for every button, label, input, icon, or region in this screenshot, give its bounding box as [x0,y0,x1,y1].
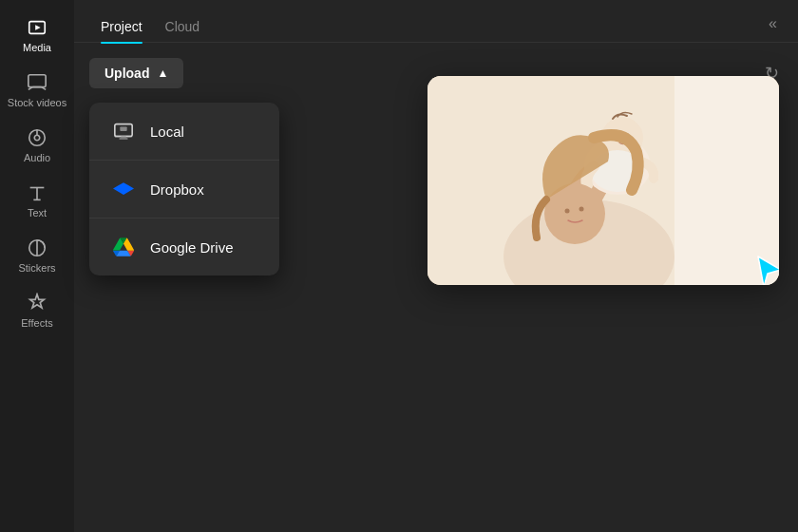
sidebar-item-audio-label: Audio [24,152,50,163]
dropdown-google-drive-label: Google Drive [150,239,234,256]
sidebar-item-stock-videos[interactable]: Stock videos [0,63,74,118]
media-icon [27,17,48,38]
main-content: Project Cloud « Upload ▲ ↻ Local [74,0,798,532]
stock-videos-icon [27,72,48,93]
stickers-icon [27,238,48,258]
effects-icon [27,293,48,314]
dropbox-icon [112,178,135,200]
tab-cloud[interactable]: Cloud [154,11,212,42]
sidebar: Media Stock videos Audio Text [0,0,74,532]
dropdown-local-label: Local [150,124,184,140]
sidebar-item-stickers-label: Stickers [18,262,55,274]
google-drive-icon [112,236,135,258]
svg-marker-1 [35,25,41,30]
svg-point-7 [34,135,40,141]
preview-image [428,76,779,285]
svg-rect-2 [28,75,46,87]
sidebar-item-effects[interactable]: Effects [0,283,74,338]
scene-svg [428,76,779,285]
audio-icon [27,127,48,148]
svg-rect-15 [120,126,126,131]
dropdown-dropbox-label: Dropbox [150,181,204,198]
upload-dropdown: Local Dropbox Google Driv [89,103,279,276]
tabs-row: Project Cloud « [74,0,798,42]
dropdown-item-dropbox[interactable]: Dropbox [89,161,279,218]
dropdown-item-local[interactable]: Local [89,103,279,161]
sidebar-item-media[interactable]: Media [0,8,74,63]
svg-marker-31 [758,256,779,285]
sidebar-item-text[interactable]: Text [0,173,74,228]
upload-button[interactable]: Upload ▲ [89,58,183,88]
dropdown-item-google-drive[interactable]: Google Drive [89,218,279,276]
upload-label: Upload [104,66,149,81]
preview-image-inner [428,76,779,285]
sidebar-item-text-label: Text [28,207,47,218]
sidebar-item-stickers[interactable]: Stickers [0,228,74,283]
tab-project[interactable]: Project [89,11,154,42]
sidebar-item-media-label: Media [23,42,51,53]
collapse-button[interactable]: « [763,11,783,36]
local-icon [112,120,135,142]
sidebar-item-stock-videos-label: Stock videos [8,97,66,108]
cursor-arrow [750,253,779,285]
text-icon [27,182,48,203]
upload-chevron: ▲ [157,66,168,80]
sidebar-item-audio[interactable]: Audio [0,118,74,173]
sidebar-item-effects-label: Effects [21,317,52,329]
svg-rect-18 [119,138,127,139]
svg-rect-30 [428,76,779,285]
svg-rect-17 [121,137,126,139]
